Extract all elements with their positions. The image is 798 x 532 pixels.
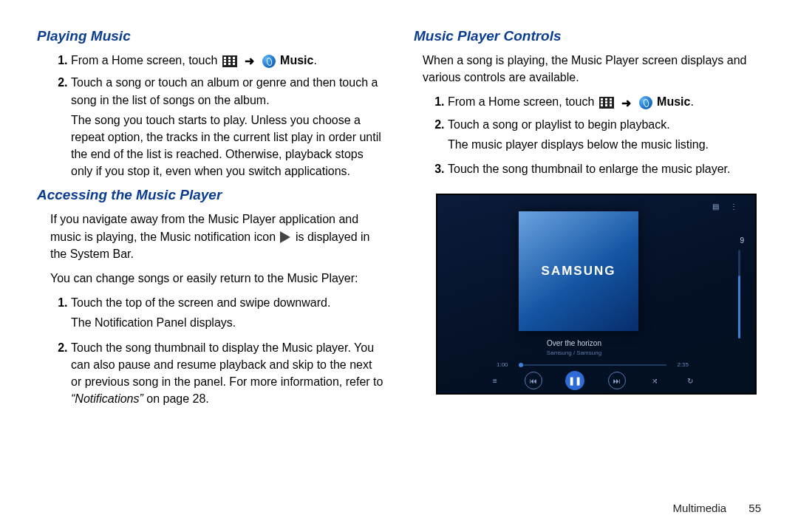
prev-button: ⏮ (525, 372, 542, 389)
left-column: Playing Music From a Home screen, touch … (37, 28, 384, 413)
step-1: Touch the top of the screen and swipe do… (71, 294, 384, 331)
step-2-detail: The music player displays below the musi… (448, 136, 761, 153)
music-label: Music (280, 54, 313, 66)
step-2: Touch a song or playlist to begin playba… (448, 116, 761, 153)
shuffle-icon: ⤨ (649, 375, 661, 386)
repeat-icon: ↻ (684, 375, 696, 386)
text: Touch a song or touch an album or genre … (71, 76, 378, 106)
music-player-screenshot: ▤ ⋮ SAMSUNG Over the horizon Samsung / S… (436, 194, 757, 395)
access-para-1: If you navigate away from the Music Play… (50, 211, 384, 262)
footer-section: Multimedia (673, 502, 727, 514)
access-para-2: You can change songs or easily return to… (50, 270, 384, 287)
controls-steps: From a Home screen, touch ➜ Music. Touch… (414, 93, 761, 177)
track-info: Over the horizon Samsung / Samsung (437, 339, 711, 356)
step-2-detail: The song you touch starts to play. Unles… (71, 112, 384, 180)
apps-grid-icon (599, 97, 614, 109)
next-button: ⏭ (608, 372, 626, 389)
arrow-icon: ➜ (245, 52, 254, 69)
text: From a Home screen, touch (71, 54, 221, 66)
player-controls: ≡ ⏮ ❚❚ ⏭ ⤨ ↻ (489, 371, 696, 390)
album-art: SAMSUNG (519, 211, 638, 331)
volume-slider (738, 250, 740, 338)
accessing-steps: Touch the top of the screen and swipe do… (37, 294, 384, 407)
track-title: Over the horizon (437, 339, 711, 347)
heading-playing-music: Playing Music (37, 28, 384, 44)
album-brand: SAMSUNG (542, 264, 616, 279)
time-total: 2:35 (677, 361, 689, 368)
list-icon: ≡ (489, 375, 501, 386)
step-2: Touch a song or touch an album or genre … (71, 74, 384, 180)
step-2: Touch the song thumbnail to display the … (71, 339, 384, 408)
page-footer: Multimedia 55 (673, 502, 761, 514)
track-artist: Samsung / Samsung (437, 349, 711, 356)
time-elapsed: 1:00 (497, 361, 508, 368)
music-icon (262, 55, 276, 68)
playing-music-steps: From a Home screen, touch ➜ Music. Touch… (37, 52, 384, 180)
volume-value: 9 (740, 236, 744, 245)
step-3: Touch the song thumbnail to enlarge the … (448, 160, 761, 177)
step-1-detail: The Notification Panel displays. (71, 314, 384, 331)
play-notification-icon (280, 231, 290, 243)
footer-page: 55 (748, 502, 761, 514)
heading-controls: Music Player Controls (414, 28, 761, 44)
step-1: From a Home screen, touch ➜ Music. (71, 52, 384, 69)
step-1: From a Home screen, touch ➜ Music. (448, 93, 761, 111)
heading-accessing: Accessing the Music Player (37, 187, 384, 203)
progress-bar (519, 364, 666, 366)
arrow-icon: ➜ (621, 95, 631, 112)
music-label: Music (657, 95, 690, 108)
music-icon (639, 96, 652, 109)
controls-intro: When a song is playing, the Music Player… (423, 52, 761, 86)
right-column: Music Player Controls When a song is pla… (414, 28, 761, 413)
play-pause-button: ❚❚ (565, 371, 584, 390)
volume-sidebar: 9 (723, 207, 744, 393)
apps-grid-icon (222, 55, 237, 67)
